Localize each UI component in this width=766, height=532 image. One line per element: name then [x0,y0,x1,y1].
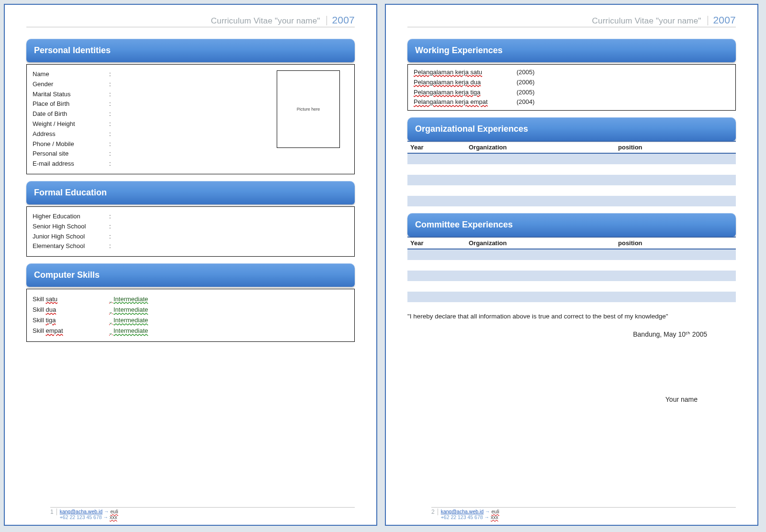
skill-row: Skill satuˬIntermediate [33,294,349,305]
work-row: Pelangalaman kerja dua(2006) [414,78,730,88]
declaration-text: "I hereby declare that all information a… [407,313,736,320]
skill-level: ˬIntermediate [109,326,148,336]
work-row: Pelangalaman kerja tiga(2005) [414,88,730,98]
work-row: Pelangalaman kerja satu(2005) [414,68,730,78]
org-col-year: Year [407,141,466,153]
field-colon: : [109,79,115,90]
field-label: Place of Birth [33,99,109,109]
work-year: (2005) [517,68,535,78]
footer-email-misspelled: euli [492,509,499,514]
field-label: Address [33,129,109,139]
skill-name: Skill empat [33,326,109,336]
footer-phone-misspelled: xxx [110,514,117,520]
arrow-icon: → [484,514,490,520]
section-header-working: Working Experiences [407,39,736,62]
section-header-education: Formal Education [26,181,355,204]
table-row [407,175,736,185]
document-page-1: Curriculum Vitae "your name" 2007 Person… [4,4,377,526]
picture-placeholder-label: Picture here [297,107,320,112]
work-row: Pelangalaman kerja empat(2004) [414,97,730,107]
committee-table: Year Organization position [407,237,736,302]
arrow-icon: → [103,514,109,520]
picture-placeholder: Picture here [277,70,340,148]
footer-phone-misspelled: xxx [491,514,498,520]
org-col-organization: Organization [466,141,615,153]
header-divider [708,16,708,25]
work-year: (2005) [517,88,535,98]
signature-name: Your name [407,396,736,403]
table-row [407,196,736,206]
work-item: Pelangalaman kerja empat [414,97,517,107]
skill-name: Skill tiga [33,315,109,326]
field-colon: : [109,99,115,109]
field-label: Higher Education [33,212,109,222]
section-header-personal: Personal Identities [26,39,355,62]
footer-phone: +62 22 123 45 678 [441,514,483,520]
field-label: E-mail address [33,159,109,169]
field-label: Junior High School [33,232,109,242]
header-year: 2007 [332,14,355,25]
section-header-skills: Computer Skills [26,263,355,287]
field-label: Senior High School [33,222,109,232]
work-item: Pelangalaman kerja dua [414,78,517,88]
field-colon: : [109,149,115,159]
field-colon: : [109,90,115,100]
field-colon: : [109,69,115,79]
section-body-education: Higher Education:Senior High School:Juni… [26,206,355,257]
table-row [407,164,736,175]
personal-field-row: Personal site: [33,149,349,159]
header-divider [327,16,327,25]
education-field-row: Senior High School: [33,222,349,232]
arrow-icon: → [104,509,109,514]
skill-name: Skill satu [33,294,109,305]
section-header-org: Organizational Experiences [407,117,736,141]
field-label: Phone / Mobile [33,139,109,149]
field-colon: : [109,232,115,242]
field-label: Date of Birth [33,109,109,119]
arrow-icon: → [485,509,490,514]
section-header-committee: Committee Experiences [407,213,736,237]
skill-row: Skill empatˬIntermediate [33,326,349,336]
committee-col-position: position [615,237,736,249]
running-header: Curriculum Vitae "your name" 2007 [407,14,736,27]
skill-name: Skill dua [33,305,109,315]
header-title: Curriculum Vitae "your name" [211,16,320,25]
table-row [407,271,736,281]
field-label: Marital Status [33,90,109,100]
field-colon: : [109,119,115,129]
section-body-working: Pelangalaman kerja satu(2005)Pelangalama… [407,64,736,111]
field-colon: : [109,109,115,119]
committee-col-organization: Organization [466,237,615,249]
skill-level: ˬIntermediate [109,294,148,305]
section-body-personal: Picture here Name:Gender:Marital Status:… [26,64,355,174]
skill-row: Skill duaˬIntermediate [33,305,349,315]
org-col-position: position [615,141,736,153]
page-footer: 2 kang@acha.web.id → euli +62 22 123 45 … [431,507,736,520]
field-label: Personal site [33,149,109,159]
document-page-2: Curriculum Vitae "your name" 2007 Workin… [385,4,758,526]
page-number: 2 [431,509,438,515]
page-number: 1 [50,509,57,515]
footer-email: kang@acha.web.id [60,509,102,514]
skill-level: ˬIntermediate [109,315,148,326]
skill-level: ˬIntermediate [109,305,148,315]
table-row [407,249,736,260]
footer-email: kang@acha.web.id [441,509,484,514]
field-label: Elementary School [33,241,109,251]
committee-col-year: Year [407,237,466,249]
field-label: Name [33,69,109,79]
org-table: Year Organization position [407,141,736,206]
field-label: Weight / Height [33,119,109,129]
table-row [407,260,736,271]
table-row [407,281,736,292]
education-field-row: Elementary School: [33,241,349,251]
header-title: Curriculum Vitae "your name" [592,16,701,25]
field-colon: : [109,212,115,222]
field-colon: : [109,241,115,251]
education-field-row: Junior High School: [33,232,349,242]
work-year: (2006) [517,78,535,88]
skill-row: Skill tigaˬIntermediate [33,315,349,326]
table-row [407,185,736,196]
table-row [407,292,736,302]
work-item: Pelangalaman kerja tiga [414,88,517,98]
